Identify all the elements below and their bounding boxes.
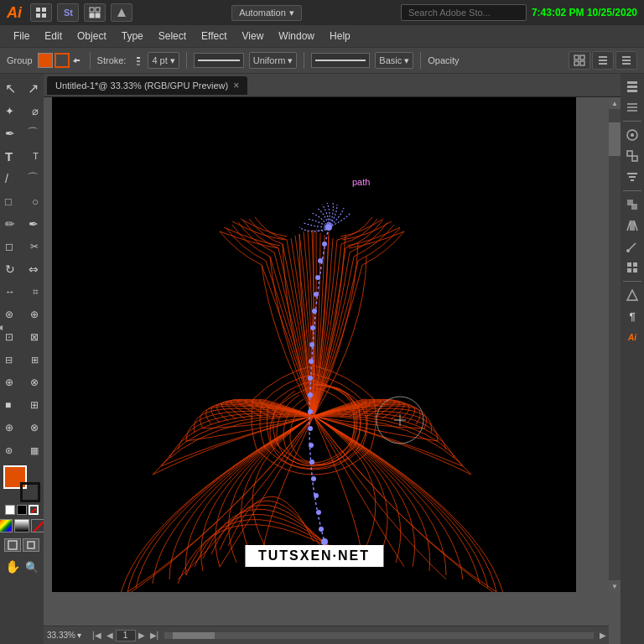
swap-colors-btn[interactable] — [5, 505, 15, 515]
menu-type[interactable]: Type — [115, 29, 150, 44]
swap-icon[interactable] — [71, 55, 83, 66]
svg-point-28 — [312, 309, 317, 314]
menu-object[interactable]: Object — [70, 29, 113, 44]
svg-rect-48 — [627, 86, 637, 88]
stroke-style[interactable] — [194, 53, 244, 68]
h-scroll-thumb[interactable] — [173, 632, 215, 639]
paragraph-btn[interactable]: ¶ — [623, 307, 641, 325]
svg-rect-56 — [632, 156, 637, 161]
menu-view[interactable]: View — [236, 29, 271, 44]
stroke-profile[interactable] — [311, 53, 370, 68]
menu-select[interactable]: Select — [152, 29, 193, 44]
close-tab-btn[interactable]: × — [233, 80, 239, 91]
transform-tools[interactable]: ⊡ ⊠ — [3, 326, 40, 348]
scroll-up-btn[interactable]: ▲ — [609, 97, 621, 109]
curvature-icon: ⌒ — [27, 126, 39, 141]
liquify-tools[interactable]: ⊛ ⊕ — [3, 304, 40, 325]
libraries-btn[interactable] — [623, 216, 641, 235]
stroke-color-swatch[interactable] — [20, 482, 40, 502]
scale-tools[interactable]: ↔ ⌗ — [3, 281, 40, 303]
pen-tools[interactable]: ✒ ⌒ — [3, 122, 40, 144]
nav-first-btn[interactable]: |◀ — [90, 631, 104, 640]
menu-edit[interactable]: Edit — [38, 29, 69, 44]
blob-brush-icon: ✒ — [29, 217, 39, 231]
nav-last-btn[interactable]: ▶| — [148, 631, 162, 640]
erase-tools[interactable]: ◻ ✂ — [3, 236, 40, 257]
brushes-btn[interactable] — [623, 237, 641, 256]
shape-tools[interactable]: □ ○ — [3, 190, 40, 212]
nav-prev-btn[interactable]: ◀ — [104, 631, 116, 640]
none-color-btn[interactable] — [29, 505, 39, 515]
menu-effect[interactable]: Effect — [195, 29, 233, 44]
symbols-btn[interactable] — [623, 286, 641, 304]
workspace-btn[interactable] — [84, 3, 106, 22]
color-swatch-area[interactable] — [3, 465, 40, 502]
swatches-btn[interactable] — [623, 258, 641, 277]
menu-window[interactable]: Window — [272, 29, 321, 44]
search-input[interactable] — [401, 4, 527, 21]
line-tools[interactable]: / ⌒ — [3, 168, 40, 190]
page-input[interactable] — [116, 630, 136, 641]
properties-btn[interactable] — [623, 98, 641, 117]
grid-view-btn[interactable] — [569, 51, 590, 70]
screen-mode-btn[interactable] — [4, 538, 21, 552]
menu-file[interactable]: File — [7, 29, 36, 44]
svg-point-62 — [626, 249, 630, 252]
zoom-label[interactable]: 33.33% ▾ — [44, 631, 90, 640]
color-btn[interactable] — [0, 519, 13, 532]
h-scrollbar: 33.33% ▾ |◀ ◀ ▶ ▶| ▶ — [44, 626, 609, 644]
more-btn[interactable] — [615, 51, 637, 70]
automation-btn[interactable]: Automation ▾ — [231, 5, 302, 21]
menu-help[interactable]: Help — [323, 29, 357, 44]
h-scroll-track[interactable] — [164, 632, 594, 639]
hand-zoom-pair[interactable]: ✋ 🔍 — [3, 556, 40, 578]
paintbrush-tools[interactable]: ✏ ✒ — [3, 213, 40, 235]
tab-title: Untitled-1*@ 33.33% (RGB/GPU Preview) — [55, 80, 228, 91]
warp-icon: ⊛ — [5, 309, 13, 320]
v-scroll-thumb[interactable] — [609, 122, 621, 156]
arrange-btn[interactable] — [111, 3, 132, 22]
svg-rect-1 — [42, 8, 46, 12]
gradient-tools[interactable]: ■ ⊞ — [3, 394, 40, 416]
basic-dropdown[interactable]: Basic ▾ — [375, 52, 413, 69]
canvas[interactable]: path TUTSXEN·NET — [52, 97, 576, 592]
fill-swatch[interactable] — [38, 53, 53, 68]
lasso-icon: ⌀ — [32, 105, 39, 117]
rotate-tools[interactable]: ↻ ⇔ — [3, 258, 40, 280]
swap-reset-area — [5, 505, 39, 515]
puppet-icon: ⊠ — [30, 331, 39, 343]
main-area: ↖ ↗ ✦ ⌀ ✒ ⌒ T T / ⌒ □ ○ ✏ ✒ ◻ ✂ — [0, 74, 644, 644]
pathfinder-btn[interactable] — [623, 195, 641, 214]
mesh-builder-tools[interactable]: ⊕ ⊗ — [3, 371, 40, 393]
uniform-dropdown[interactable]: Uniform ▾ — [249, 52, 298, 69]
align-btn-r[interactable] — [623, 168, 641, 186]
clock: 7:43:02 PM 10/25/2020 — [532, 7, 637, 18]
selection-tools[interactable]: ↖ ↗ — [3, 77, 40, 99]
symbol-tools[interactable]: ⊛ ▦ — [3, 439, 40, 461]
active-tab[interactable]: Untitled-1*@ 33.33% (RGB/GPU Preview) × — [47, 76, 247, 95]
blend-tools[interactable]: ⊕ ⊗ — [3, 417, 40, 439]
appearance-btn[interactable] — [623, 126, 641, 144]
svg-point-32 — [308, 376, 313, 381]
ai-btn[interactable]: Ai — [623, 328, 641, 346]
zoom-hand-tools: ✋ 🔍 — [3, 556, 40, 578]
type-sub-icon: T — [33, 151, 39, 161]
type-tools[interactable]: T T — [3, 145, 40, 167]
layers-btn[interactable] — [623, 77, 641, 96]
icon-btn-2[interactable]: St — [57, 3, 79, 22]
scroll-down-btn[interactable]: ▼ — [609, 580, 621, 592]
svg-rect-5 — [90, 8, 94, 12]
icon-btn-1[interactable] — [30, 3, 52, 22]
transform-btn[interactable] — [623, 147, 641, 165]
perspective-tools[interactable]: ⊟ ⊞ — [3, 349, 40, 371]
nav-next-btn[interactable]: ▶ — [136, 631, 148, 640]
stroke-value-input[interactable]: 4 pt ▾ — [148, 52, 179, 69]
app-logo: Ai — [7, 4, 22, 22]
full-screen-btn[interactable] — [23, 538, 39, 552]
stroke-swatch[interactable] — [55, 53, 70, 68]
gradient-btn[interactable] — [14, 519, 29, 532]
scroll-right-btn[interactable]: ▶ — [597, 631, 609, 640]
magic-lasso-tools[interactable]: ✦ ⌀ — [3, 100, 40, 122]
reset-colors-btn[interactable] — [17, 505, 27, 515]
align-btn[interactable] — [592, 51, 614, 70]
